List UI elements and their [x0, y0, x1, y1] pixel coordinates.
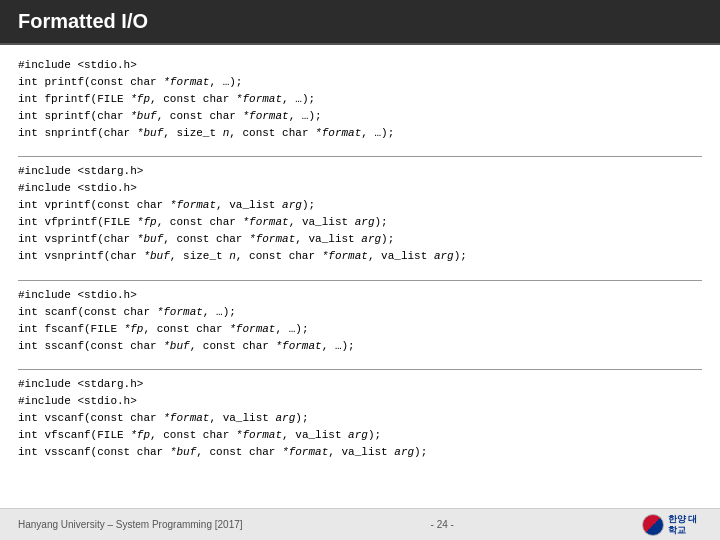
footer-page-number: - 24 -: [431, 519, 454, 530]
divider-1: [18, 156, 702, 157]
code-line: #include <stdio.h>: [18, 393, 702, 410]
divider-2: [18, 280, 702, 281]
code-line: #include <stdio.h>: [18, 180, 702, 197]
code-line: int fscanf(FILE *fp, const char *format,…: [18, 321, 702, 338]
page-container: Formatted I/O #include <stdio.h> int pri…: [0, 0, 720, 540]
code-line: int vsnprintf(char *buf, size_t n, const…: [18, 248, 702, 265]
code-section-2: #include <stdarg.h> #include <stdio.h> i…: [18, 163, 702, 265]
page-title: Formatted I/O: [18, 10, 702, 33]
code-line: int vsprintf(char *buf, const char *form…: [18, 231, 702, 248]
code-section-4: #include <stdarg.h> #include <stdio.h> i…: [18, 376, 702, 461]
logo-circle-icon: [642, 514, 664, 536]
code-line: int printf(const char *format, …);: [18, 74, 702, 91]
code-line: #include <stdarg.h>: [18, 376, 702, 393]
university-logo: 한양 대학교: [642, 513, 702, 537]
code-line: int fprintf(FILE *fp, const char *format…: [18, 91, 702, 108]
code-line: int vprintf(const char *format, va_list …: [18, 197, 702, 214]
code-line: int vfscanf(FILE *fp, const char *format…: [18, 427, 702, 444]
code-line: int sprintf(char *buf, const char *forma…: [18, 108, 702, 125]
code-line: int vscanf(const char *format, va_list a…: [18, 410, 702, 427]
code-line: int snprintf(char *buf, size_t n, const …: [18, 125, 702, 142]
footer: Hanyang University – System Programming …: [0, 508, 720, 540]
code-line: #include <stdarg.h>: [18, 163, 702, 180]
divider-3: [18, 369, 702, 370]
code-line: int sscanf(const char *buf, const char *…: [18, 338, 702, 355]
code-line: #include <stdio.h>: [18, 57, 702, 74]
code-line: int vfprintf(FILE *fp, const char *forma…: [18, 214, 702, 231]
code-line: int scanf(const char *format, …);: [18, 304, 702, 321]
university-name: 한양 대학교: [668, 514, 702, 536]
content-area: #include <stdio.h> int printf(const char…: [0, 45, 720, 508]
code-section-3: #include <stdio.h> int scanf(const char …: [18, 287, 702, 355]
title-bar: Formatted I/O: [0, 0, 720, 45]
footer-left-text: Hanyang University – System Programming …: [18, 519, 243, 530]
code-section-1: #include <stdio.h> int printf(const char…: [18, 57, 702, 142]
code-line: #include <stdio.h>: [18, 287, 702, 304]
code-line: int vsscanf(const char *buf, const char …: [18, 444, 702, 461]
